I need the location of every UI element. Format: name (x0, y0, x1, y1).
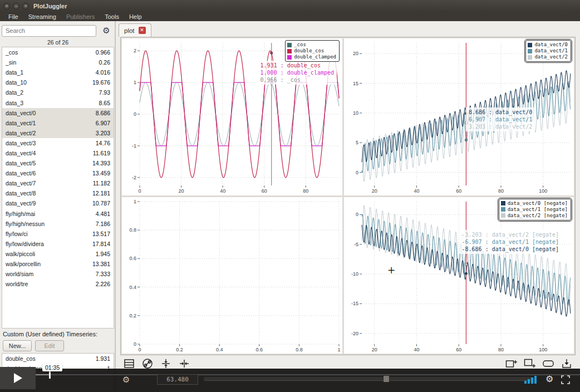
series-name: data_vect/3 (6, 140, 36, 146)
svg-text:0: 0 (138, 347, 141, 352)
plot-canvas-bottom-left[interactable]: 00.20.40.60.8100.20.40.60.81 (122, 197, 342, 354)
legend-entry[interactable]: data_vect/0 (528, 42, 568, 48)
menu-streaming[interactable]: Streaming (23, 13, 61, 20)
series-value: 4.016 (96, 69, 110, 76)
svg-text:0: 0 (356, 212, 358, 217)
svg-text:40: 40 (414, 188, 419, 194)
timeseries-row[interactable]: data_vect/613.459 (2, 168, 114, 178)
volume-icon[interactable] (524, 375, 537, 384)
timeseries-row[interactable]: data_vect/812.181 (2, 188, 114, 198)
timeseries-row[interactable]: _sin0.26 (2, 57, 114, 67)
legend-entry[interactable]: _cos (287, 42, 336, 48)
search-input[interactable] (2, 25, 96, 37)
series-value: 3.203 (96, 130, 110, 136)
timeseries-row[interactable]: fly/high/nessun7.186 (2, 219, 114, 229)
tab-close-icon[interactable]: ✕ (139, 27, 146, 34)
video-progress-track[interactable] (0, 374, 580, 375)
legend-label: double_clamped (294, 54, 336, 60)
timeseries-row[interactable]: fly/low/dividera17.814 (2, 239, 114, 249)
legend-label: double_cos (294, 48, 324, 54)
plot-bottom-right[interactable]: 204060801000-5-10-15-20 data_vect/0 [neg… (344, 197, 574, 354)
timeseries-row[interactable]: world/tre2.226 (2, 279, 114, 289)
timeseries-list[interactable]: _cos0.966_sin0.26data_14.016data_1019.67… (2, 47, 114, 329)
timeseries-row[interactable]: fly/high/mai4.481 (2, 209, 114, 219)
timeseries-row[interactable]: double_cos1.931 (2, 354, 114, 364)
timeseries-row[interactable]: data_38.65 (2, 97, 114, 107)
sidebar-settings-gear-icon[interactable]: ⚙ (99, 26, 114, 36)
custom-timeseries-buttons: New... Edit (2, 339, 114, 353)
legend-label: _cos (294, 42, 306, 48)
timeseries-sidebar: ⚙ 26 of 26 _cos0.966_sin0.26data_14.016d… (2, 24, 114, 392)
timeline-slider-handle[interactable] (383, 375, 390, 383)
timeseries-row[interactable]: data_27.93 (2, 87, 114, 97)
menu-help[interactable]: Help (124, 13, 147, 20)
series-value: 11.619 (93, 150, 110, 156)
tab-plot[interactable]: plot ✕ (119, 23, 151, 37)
plot-top-right[interactable]: 2040608010005101520 data_vect/0data_vect… (344, 38, 574, 195)
plot-bottom-left[interactable]: 00.20.40.60.8100.20.40.60.81 (122, 197, 342, 354)
plot-legend[interactable]: data_vect/0 [negate]data_vect/1 [negate]… (499, 199, 571, 220)
timeseries-row[interactable]: data_vect/711.182 (2, 178, 114, 188)
minimize-window-button[interactable]: – (13, 3, 19, 9)
video-scrub-handle[interactable] (49, 371, 51, 379)
series-name: world/tre (6, 281, 28, 287)
legend-label: data_vect/1 (534, 48, 568, 54)
timeline-slider[interactable] (204, 377, 533, 381)
new-custom-series-button[interactable]: New... (3, 340, 32, 351)
plot-top-left[interactable]: 020406080-2-1012 _cosdouble_cosdouble_cl… (122, 38, 342, 195)
tab-label: plot (124, 27, 135, 34)
volume-bar (534, 376, 537, 384)
plotjuggler-window: { "window": { "title": "PlotJuggler", "c… (0, 0, 580, 392)
series-name: data_3 (6, 100, 23, 106)
play-button[interactable] (0, 367, 36, 389)
svg-text:0.6: 0.6 (129, 256, 136, 261)
maximize-window-button[interactable]: + (22, 3, 29, 9)
legend-entry[interactable]: data_vect/1 [negate] (501, 207, 568, 213)
legend-entry[interactable]: data_vect/0 [negate] (501, 200, 568, 207)
timeseries-row[interactable]: data_vect/514.393 (2, 158, 114, 168)
timeseries-row[interactable]: world/siam7.333 (2, 269, 114, 279)
timeseries-row[interactable]: data_14.016 (2, 67, 114, 77)
legend-entry[interactable]: data_vect/2 (528, 54, 568, 60)
timeseries-row[interactable]: data_1019.676 (2, 77, 114, 87)
timeseries-row[interactable]: walk/piccoli1.945 (2, 249, 114, 259)
plot-legend[interactable]: data_vect/0data_vect/1data_vect/2 (525, 40, 571, 62)
player-settings-gear-icon[interactable]: ⚙ (545, 374, 553, 384)
timeseries-row[interactable]: data_vect/910.787 (2, 198, 114, 208)
series-name: fly/low/dividera (6, 241, 44, 247)
legend-entry[interactable]: double_clamped (287, 54, 336, 60)
plot-legend[interactable]: _cosdouble_cosdouble_clamped (285, 40, 340, 62)
timeseries-row[interactable]: data_vect/23.203 (2, 128, 114, 138)
sidebar-splitter[interactable] (115, 21, 116, 392)
timeseries-row[interactable]: data_vect/411.619 (2, 148, 114, 158)
fullscreen-icon[interactable] (561, 375, 570, 386)
svg-text:60: 60 (456, 347, 461, 352)
legend-entry[interactable]: data_vect/1 (528, 48, 568, 54)
tracker-tooltip: 1.931 : double_cos1.000 : double_clamped… (258, 61, 337, 85)
menu-tools[interactable]: Tools (100, 13, 124, 20)
svg-text:20: 20 (372, 188, 377, 194)
plot-canvas-top-right[interactable]: 2040608010005101520 (344, 38, 574, 195)
timeseries-row[interactable]: data_vect/16.907 (2, 118, 114, 128)
svg-text:40: 40 (414, 347, 419, 352)
timeseries-row[interactable]: data_vect/314.76 (2, 138, 114, 148)
menu-file[interactable]: File (3, 13, 23, 20)
timeseries-row[interactable]: data_vect/08.686 (2, 108, 114, 118)
legend-entry[interactable]: data_vect/2 [negate] (501, 213, 568, 219)
timeseries-row[interactable]: _cos0.966 (2, 47, 114, 57)
timeline-settings-gear-icon[interactable]: ⚙ (122, 375, 130, 385)
series-value: 7.93 (99, 89, 110, 96)
svg-text:0.2: 0.2 (129, 312, 136, 318)
legend-color-swatch (528, 55, 532, 60)
tracker-value-line: 1.000 : double_clamped (260, 69, 334, 76)
close-window-button[interactable]: × (3, 3, 10, 9)
video-player-bar: 01:35 ⚙ 63.480 ⚙ (0, 369, 580, 392)
legend-entry[interactable]: double_cos (287, 48, 336, 54)
legend-label: data_vect/0 [negate] (508, 200, 568, 207)
plot-canvas-bottom-right[interactable]: 204060801000-5-10-15-20 (344, 197, 574, 354)
svg-text:1: 1 (134, 199, 136, 204)
series-value: 14.76 (96, 140, 110, 146)
tracker-value-line: -6.907 : data_vect/1 [negate] (462, 238, 559, 246)
timeseries-row[interactable]: fly/low/ci13.517 (2, 229, 114, 239)
timeseries-row[interactable]: walk/porcellin13.381 (2, 259, 114, 269)
